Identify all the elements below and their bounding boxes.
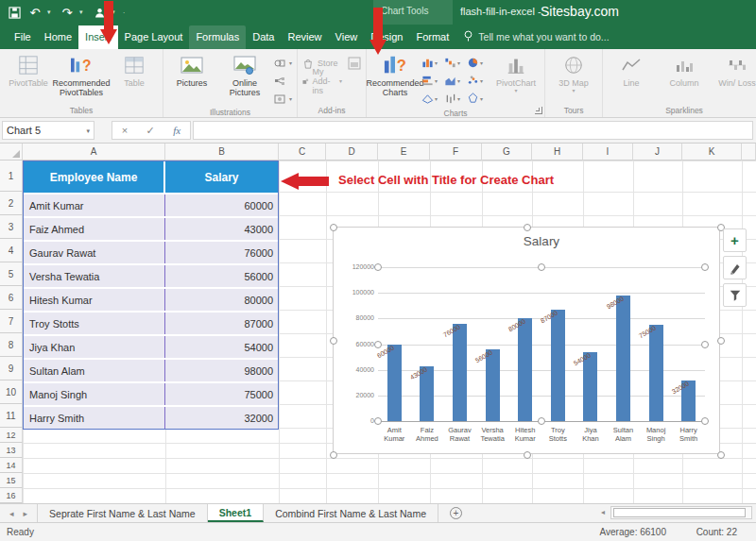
new-sheet-button[interactable]: + [450, 504, 462, 522]
selection-handle[interactable] [524, 224, 531, 231]
cell-employee-name[interactable]: Sultan Alam [24, 360, 165, 381]
selection-handle[interactable] [701, 263, 709, 271]
row-header-10[interactable]: 10 [0, 380, 23, 404]
cell-employee-name[interactable]: Amit Kumar [24, 194, 165, 216]
table-button[interactable]: Table [108, 51, 161, 90]
selection-handle[interactable] [330, 224, 337, 231]
row-header-8[interactable]: 8 [0, 333, 23, 357]
row-header-9[interactable]: 9 [0, 357, 23, 380]
chart-bar[interactable] [518, 318, 532, 421]
undo-icon[interactable]: ↶ [26, 4, 43, 21]
cell-salary[interactable]: 76000 [165, 242, 278, 263]
column-header-B[interactable]: B [165, 144, 279, 161]
column-header-D[interactable]: D [326, 144, 378, 161]
row-header-5[interactable]: 5 [0, 262, 23, 286]
name-box[interactable]: Chart 5 ▾ [2, 121, 94, 140]
cell-salary[interactable]: 43000 [165, 218, 278, 240]
cell-employee-name[interactable]: Hitesh Kumar [24, 289, 165, 311]
formula-input[interactable] [193, 121, 753, 140]
sparkline-winloss-button[interactable]: Win/ Loss [711, 51, 756, 90]
row-header-12[interactable]: 12 [0, 428, 23, 443]
cell-employee-name[interactable]: Harry Smith [24, 407, 165, 429]
row-header-15[interactable]: 15 [0, 473, 23, 488]
cell-employee-name[interactable]: Jiya Khan [24, 336, 165, 358]
row-header-1[interactable]: 1 [0, 161, 23, 192]
tab-view[interactable]: View [329, 25, 365, 49]
cell-salary[interactable]: 98000 [165, 360, 278, 381]
screenshot-icon[interactable]: ▾ [271, 91, 295, 107]
hscroll-left-icon[interactable]: ◂ [601, 508, 605, 516]
enter-icon[interactable]: ✓ [146, 125, 155, 137]
undo-dropdown-icon[interactable]: ▾ [47, 8, 55, 16]
chart-bar[interactable] [616, 296, 630, 421]
online-pictures-button[interactable]: Online Pictures [218, 51, 271, 100]
chart-bar[interactable] [583, 352, 597, 421]
selection-handle[interactable] [717, 337, 725, 345]
row-header-7[interactable]: 7 [0, 310, 23, 333]
tab-formulas[interactable]: Formulas [189, 25, 246, 49]
column-header-K[interactable]: K [682, 144, 742, 161]
table-header-salary[interactable]: Salary [165, 161, 278, 193]
column-header-A[interactable]: A [23, 144, 165, 161]
sheet-nav-left-icon[interactable]: ◂ [9, 509, 14, 518]
table-header-employee-name[interactable]: Employee Name [24, 161, 165, 193]
cell-employee-name[interactable]: Versha Tewatia [24, 265, 165, 287]
bar-chart-button[interactable]: ▾ [421, 72, 444, 90]
smartart-icon[interactable] [271, 73, 295, 89]
column-header-E[interactable]: E [378, 144, 430, 161]
selection-handle[interactable] [374, 417, 382, 425]
sheet-tab-sheet1[interactable]: Sheet1 [208, 504, 264, 522]
selection-handle[interactable] [701, 341, 709, 348]
pie-chart-button[interactable]: ▾ [467, 54, 490, 72]
sheet-tab-combind[interactable]: Combind First Name & Last Name [264, 504, 438, 522]
selection-handle[interactable] [374, 341, 382, 348]
save-icon[interactable] [6, 4, 23, 21]
row-header-2[interactable]: 2 [0, 192, 23, 215]
selection-handle[interactable] [717, 451, 725, 459]
cell-salary[interactable]: 60000 [165, 194, 278, 216]
chart-bar[interactable] [486, 349, 500, 421]
charts-dialog-launcher-icon[interactable] [535, 107, 542, 114]
waterfall-chart-button[interactable]: ▾ [444, 54, 467, 72]
recommended-charts-button[interactable]: ? Recommended Charts [369, 51, 421, 100]
addin-extra-icon[interactable] [345, 55, 364, 71]
selection-handle[interactable] [374, 263, 382, 271]
row-header-11[interactable]: 11 [0, 404, 23, 428]
selection-handle[interactable] [330, 451, 337, 459]
chart-bar[interactable] [453, 324, 467, 421]
area-chart-button[interactable]: ▾ [444, 72, 467, 90]
column-header-F[interactable]: F [430, 144, 482, 161]
shapes-icon[interactable]: ▾ [271, 55, 295, 71]
chart-title[interactable]: Salary [378, 234, 705, 248]
redo-icon[interactable]: ↷ [59, 4, 76, 21]
qat-more-icon[interactable]: · [123, 9, 130, 16]
column-chart-button[interactable]: ▾ [421, 54, 444, 72]
row-header-14[interactable]: 14 [0, 458, 23, 473]
column-header-J[interactable]: J [633, 144, 682, 161]
selection-handle[interactable] [524, 451, 531, 459]
select-all-corner[interactable] [0, 144, 23, 161]
chart-elements-button[interactable]: + [723, 228, 747, 252]
scatter-chart-button[interactable]: ▾ [467, 72, 490, 90]
horizontal-scrollbar[interactable] [610, 506, 752, 519]
cell-salary[interactable]: 32000 [165, 407, 278, 429]
cell-employee-name[interactable]: Faiz Ahmed [24, 218, 165, 240]
column-header-C[interactable]: C [279, 144, 326, 161]
cell-employee-name[interactable]: Troy Stotts [24, 313, 165, 334]
radar-chart-button[interactable]: ▾ [467, 90, 490, 108]
cell-salary[interactable]: 54000 [165, 336, 278, 358]
stock-chart-button[interactable]: ▾ [444, 90, 467, 108]
tab-review[interactable]: Review [281, 25, 328, 49]
cell-employee-name[interactable]: Gaurav Rawat [24, 242, 165, 263]
sparkline-line-button[interactable]: Line [605, 51, 658, 90]
column-header-G[interactable]: G [482, 144, 532, 161]
cell-salary[interactable]: 56000 [165, 265, 278, 287]
tell-me-box[interactable]: Tell me what you want to do... [455, 25, 616, 49]
pivotchart-button[interactable]: PivotChart ▾ [490, 51, 542, 96]
chart-styles-button[interactable] [723, 256, 747, 279]
sheet-nav-right-icon[interactable]: ▸ [24, 509, 28, 518]
column-header-H[interactable]: H [532, 144, 583, 161]
3d-map-button[interactable]: 3D Map ▾ [547, 51, 600, 96]
my-addins-button[interactable]: My Add-ins▾ [300, 73, 345, 89]
selection-handle[interactable] [701, 417, 709, 425]
